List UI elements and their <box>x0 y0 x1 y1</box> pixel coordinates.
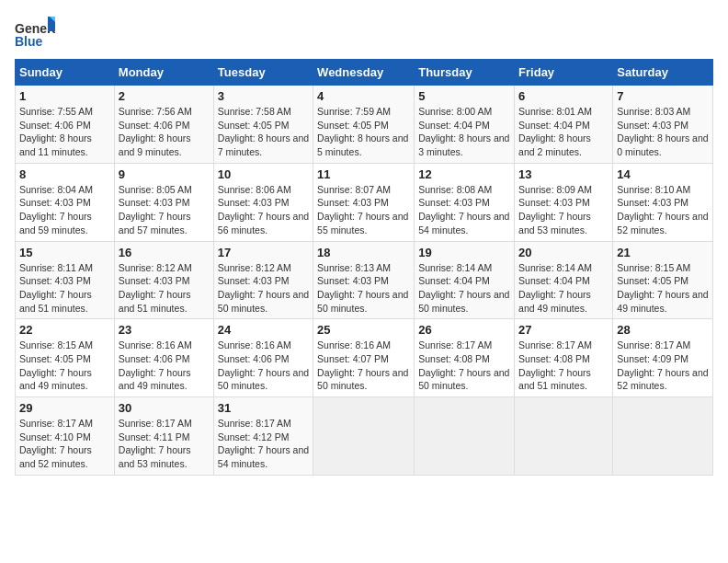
day-info: Sunrise: 8:13 AMSunset: 4:03 PMDaylight:… <box>317 261 410 316</box>
day-number: 2 <box>119 89 210 103</box>
calendar-week-3: 15Sunrise: 8:11 AMSunset: 4:03 PMDayligh… <box>16 241 713 319</box>
calendar-week-1: 1Sunrise: 7:55 AMSunset: 4:06 PMDaylight… <box>16 86 713 164</box>
calendar-cell: 24Sunrise: 8:16 AMSunset: 4:06 PMDayligh… <box>213 319 313 397</box>
day-number: 27 <box>518 323 609 337</box>
calendar-cell <box>313 397 415 476</box>
calendar-cell: 11Sunrise: 8:07 AMSunset: 4:03 PMDayligh… <box>313 163 415 241</box>
day-number: 15 <box>19 246 110 259</box>
day-number: 21 <box>617 246 709 259</box>
calendar-cell: 7Sunrise: 8:03 AMSunset: 4:03 PMDaylight… <box>613 86 713 164</box>
day-number: 12 <box>418 167 510 181</box>
day-number: 23 <box>119 323 210 337</box>
calendar-cell: 14Sunrise: 8:10 AMSunset: 4:03 PMDayligh… <box>613 163 713 241</box>
day-number: 30 <box>119 401 210 415</box>
day-number: 24 <box>218 323 309 337</box>
logo: General Blue <box>15 15 57 48</box>
calendar-cell: 26Sunrise: 8:17 AMSunset: 4:08 PMDayligh… <box>415 319 515 397</box>
day-info: Sunrise: 8:03 AMSunset: 4:03 PMDaylight:… <box>617 105 709 159</box>
day-number: 19 <box>418 246 510 259</box>
calendar-week-4: 22Sunrise: 8:15 AMSunset: 4:05 PMDayligh… <box>16 319 713 397</box>
calendar-cell: 17Sunrise: 8:12 AMSunset: 4:03 PMDayligh… <box>213 241 313 319</box>
calendar-cell: 31Sunrise: 8:17 AMSunset: 4:12 PMDayligh… <box>213 397 313 476</box>
calendar-cell: 1Sunrise: 7:55 AMSunset: 4:06 PMDaylight… <box>16 86 115 164</box>
day-info: Sunrise: 8:17 AMSunset: 4:08 PMDaylight:… <box>518 339 609 393</box>
day-header-sunday: Sunday <box>16 60 115 86</box>
calendar-cell: 6Sunrise: 8:01 AMSunset: 4:04 PMDaylight… <box>515 86 613 164</box>
day-info: Sunrise: 8:04 AMSunset: 4:03 PMDaylight:… <box>19 183 110 237</box>
calendar-cell: 18Sunrise: 8:13 AMSunset: 4:03 PMDayligh… <box>313 241 415 319</box>
page-header: General Blue <box>15 15 713 48</box>
day-number: 26 <box>418 323 510 337</box>
calendar-cell: 28Sunrise: 8:17 AMSunset: 4:09 PMDayligh… <box>613 319 713 397</box>
day-header-monday: Monday <box>114 60 213 86</box>
calendar-cell: 29Sunrise: 8:17 AMSunset: 4:10 PMDayligh… <box>16 397 115 476</box>
day-info: Sunrise: 8:16 AMSunset: 4:06 PMDaylight:… <box>218 339 309 393</box>
day-info: Sunrise: 8:10 AMSunset: 4:03 PMDaylight:… <box>617 183 709 237</box>
calendar-header: SundayMondayTuesdayWednesdayThursdayFrid… <box>16 60 713 86</box>
day-info: Sunrise: 8:16 AMSunset: 4:07 PMDaylight:… <box>317 339 410 393</box>
calendar-week-5: 29Sunrise: 8:17 AMSunset: 4:10 PMDayligh… <box>16 397 713 476</box>
day-number: 20 <box>518 246 609 259</box>
calendar-cell: 3Sunrise: 7:58 AMSunset: 4:05 PMDaylight… <box>213 86 313 164</box>
day-number: 18 <box>317 246 410 259</box>
calendar-cell <box>515 397 613 476</box>
calendar-cell: 27Sunrise: 8:17 AMSunset: 4:08 PMDayligh… <box>515 319 613 397</box>
calendar-cell: 2Sunrise: 7:56 AMSunset: 4:06 PMDaylight… <box>114 86 213 164</box>
calendar-cell: 21Sunrise: 8:15 AMSunset: 4:05 PMDayligh… <box>613 241 713 319</box>
day-number: 14 <box>617 167 709 181</box>
day-number: 22 <box>19 323 110 337</box>
day-number: 7 <box>617 89 709 103</box>
day-number: 1 <box>19 89 110 103</box>
day-number: 3 <box>218 89 309 103</box>
day-info: Sunrise: 7:59 AMSunset: 4:05 PMDaylight:… <box>317 105 410 159</box>
day-number: 25 <box>317 323 410 337</box>
day-number: 4 <box>317 89 410 103</box>
day-info: Sunrise: 8:14 AMSunset: 4:04 PMDaylight:… <box>518 261 609 316</box>
day-number: 13 <box>518 167 609 181</box>
calendar-cell: 22Sunrise: 8:15 AMSunset: 4:05 PMDayligh… <box>16 319 115 397</box>
day-info: Sunrise: 8:01 AMSunset: 4:04 PMDaylight:… <box>518 105 609 159</box>
day-header-friday: Friday <box>515 60 613 86</box>
day-info: Sunrise: 8:17 AMSunset: 4:11 PMDaylight:… <box>119 417 210 471</box>
calendar-week-2: 8Sunrise: 8:04 AMSunset: 4:03 PMDaylight… <box>16 163 713 241</box>
day-number: 10 <box>218 167 309 181</box>
day-number: 17 <box>218 246 309 259</box>
calendar-cell <box>415 397 515 476</box>
logo-icon: General Blue <box>15 15 51 48</box>
day-info: Sunrise: 8:14 AMSunset: 4:04 PMDaylight:… <box>418 261 510 316</box>
svg-text:Blue: Blue <box>15 34 43 49</box>
calendar-cell: 13Sunrise: 8:09 AMSunset: 4:03 PMDayligh… <box>515 163 613 241</box>
calendar-cell: 15Sunrise: 8:11 AMSunset: 4:03 PMDayligh… <box>16 241 115 319</box>
calendar-table: SundayMondayTuesdayWednesdayThursdayFrid… <box>15 59 713 476</box>
calendar-cell: 12Sunrise: 8:08 AMSunset: 4:03 PMDayligh… <box>415 163 515 241</box>
day-number: 28 <box>617 323 709 337</box>
day-info: Sunrise: 8:15 AMSunset: 4:05 PMDaylight:… <box>19 339 110 393</box>
day-info: Sunrise: 8:12 AMSunset: 4:03 PMDaylight:… <box>218 261 309 316</box>
calendar-cell: 25Sunrise: 8:16 AMSunset: 4:07 PMDayligh… <box>313 319 415 397</box>
day-info: Sunrise: 8:07 AMSunset: 4:03 PMDaylight:… <box>317 183 410 237</box>
calendar-cell: 30Sunrise: 8:17 AMSunset: 4:11 PMDayligh… <box>114 397 213 476</box>
day-info: Sunrise: 8:06 AMSunset: 4:03 PMDaylight:… <box>218 183 309 237</box>
day-info: Sunrise: 8:05 AMSunset: 4:03 PMDaylight:… <box>119 183 210 237</box>
day-header-tuesday: Tuesday <box>213 60 313 86</box>
day-info: Sunrise: 8:17 AMSunset: 4:10 PMDaylight:… <box>19 417 110 471</box>
day-info: Sunrise: 8:17 AMSunset: 4:09 PMDaylight:… <box>617 339 709 393</box>
day-info: Sunrise: 8:09 AMSunset: 4:03 PMDaylight:… <box>518 183 609 237</box>
calendar-cell: 23Sunrise: 8:16 AMSunset: 4:06 PMDayligh… <box>114 319 213 397</box>
calendar-cell: 19Sunrise: 8:14 AMSunset: 4:04 PMDayligh… <box>415 241 515 319</box>
day-info: Sunrise: 8:08 AMSunset: 4:03 PMDaylight:… <box>418 183 510 237</box>
day-info: Sunrise: 7:58 AMSunset: 4:05 PMDaylight:… <box>218 105 309 159</box>
day-info: Sunrise: 7:56 AMSunset: 4:06 PMDaylight:… <box>119 105 210 159</box>
day-info: Sunrise: 8:17 AMSunset: 4:12 PMDaylight:… <box>218 417 309 471</box>
calendar-cell: 20Sunrise: 8:14 AMSunset: 4:04 PMDayligh… <box>515 241 613 319</box>
day-info: Sunrise: 8:16 AMSunset: 4:06 PMDaylight:… <box>119 339 210 393</box>
calendar-cell: 4Sunrise: 7:59 AMSunset: 4:05 PMDaylight… <box>313 86 415 164</box>
day-info: Sunrise: 8:17 AMSunset: 4:08 PMDaylight:… <box>418 339 510 393</box>
calendar-cell: 16Sunrise: 8:12 AMSunset: 4:03 PMDayligh… <box>114 241 213 319</box>
day-number: 16 <box>119 246 210 259</box>
day-number: 29 <box>19 401 110 415</box>
day-info: Sunrise: 8:11 AMSunset: 4:03 PMDaylight:… <box>19 261 110 316</box>
day-info: Sunrise: 7:55 AMSunset: 4:06 PMDaylight:… <box>19 105 110 159</box>
day-number: 5 <box>418 89 510 103</box>
calendar-cell: 10Sunrise: 8:06 AMSunset: 4:03 PMDayligh… <box>213 163 313 241</box>
